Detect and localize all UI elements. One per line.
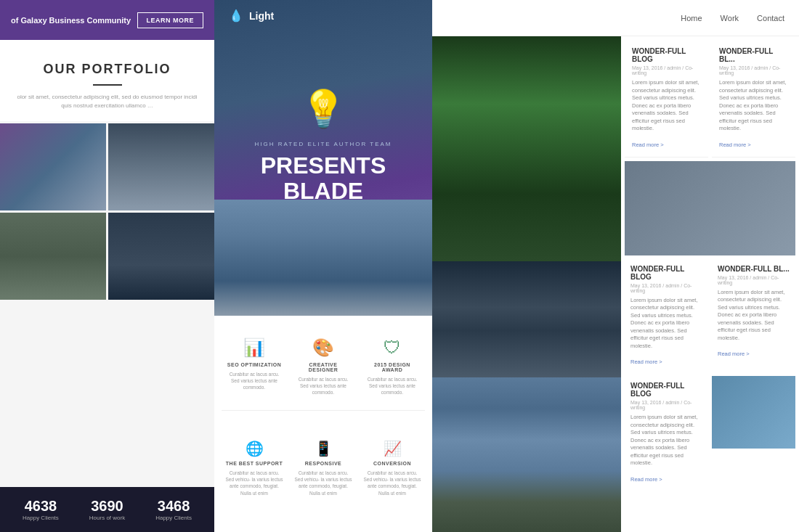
portfolio-divider: [93, 84, 122, 86]
blog-card-2-readmore[interactable]: Read more >: [719, 142, 751, 148]
service-responsive-desc: Curabitur ac lacus arcu. Sed vehicu- la …: [294, 470, 352, 496]
support-icon: 🌐: [225, 440, 283, 457]
blog-card-3-excerpt: Lorem ipsum dolor sit amet, consectetur …: [630, 297, 702, 351]
service-responsive: 📱 RESPONSIVE Curabitur ac lacus arcu. Se…: [291, 433, 356, 503]
portfolio-img-3[interactable]: [0, 213, 106, 300]
portfolio-img-4[interactable]: [108, 213, 214, 300]
lightbulb-icon: 💡: [232, 88, 415, 130]
service-seo-title: SEO OPTIMIZATION: [225, 362, 283, 367]
blog-card-1-readmore[interactable]: Read more >: [632, 142, 664, 148]
services-grid: 📊 SEO OPTIMIZATION Curabitur ac lacus ar…: [222, 330, 425, 403]
nav-home[interactable]: Home: [681, 14, 702, 22]
blog-card-3-title: WONDER-FULL BLOG: [630, 265, 702, 281]
blog-bottom-grid: WONDER-FULL BLOG May 13, 2016 / admin / …: [625, 259, 795, 490]
service-conversion-desc: Curabitur ac lacus arcu. Sed vehicu- la …: [363, 470, 421, 496]
nav-work[interactable]: Work: [721, 14, 739, 22]
learn-more-button[interactable]: LEARN MORE: [137, 12, 204, 28]
middle-panel: 💧 Light 💡 HIGH RATED ELITE AUTHOR TEAM P…: [214, 0, 432, 532]
stat-happy-clients: 4638 Happy Clients: [23, 498, 59, 521]
service-support-title: THE BEST SUPPORT: [225, 461, 283, 466]
hero-subtitle: HIGH RATED ELITE AUTHOR TEAM: [232, 141, 415, 147]
service-design-title: CREATIVE DESIGNER: [294, 362, 352, 372]
stat-number-2: 3690: [89, 498, 125, 515]
nav-contact[interactable]: Contact: [757, 14, 784, 22]
photo-forest: [432, 36, 621, 261]
blog-card-1: WONDER-FULL BLOG May 13, 2016 / admin / …: [625, 40, 708, 157]
award-icon: 🛡: [363, 337, 421, 358]
logo-text: Light: [249, 10, 274, 22]
seo-icon: 📊: [225, 337, 283, 358]
rocky-landscape-bg: [214, 200, 432, 316]
blog-card-2-meta: May 13, 2016 / admin / Co-writing: [719, 65, 788, 75]
left-panel: of Galaxy Business Community LEARN MORE …: [0, 0, 214, 532]
blog-card-5-meta: May 13, 2016 / admin / Co-writing: [630, 400, 702, 410]
top-bar: of Galaxy Business Community LEARN MORE: [0, 0, 214, 40]
portfolio-img-1[interactable]: [0, 123, 106, 210]
portfolio-section: OUR PORTFOLIO olor sit amet, consectetur…: [0, 40, 214, 121]
photo-section: [432, 36, 621, 532]
blog-card-4-excerpt: Lorem ipsum dolor sit amet, consectetur …: [718, 289, 790, 343]
blog-landscape-image: [625, 161, 795, 255]
blog-card-5-excerpt: Lorem ipsum dolor sit amet, consectetur …: [630, 414, 702, 467]
stat-hours-work: 3690 Hours of work: [89, 498, 125, 521]
top-navigation: Home Work Contact: [432, 0, 799, 36]
service-award-title: 2015 DESIGN AWARD: [363, 362, 421, 372]
hero-section: 💧 Light 💡 HIGH RATED ELITE AUTHOR TEAM P…: [214, 0, 432, 316]
services-grid-2: 🌐 THE BEST SUPPORT Curabitur ac lacus ar…: [214, 433, 432, 510]
blog-card-4-readmore[interactable]: Read more >: [718, 351, 750, 357]
service-support-desc: Curabitur ac lacus arcu. Sed vehicu- la …: [225, 470, 283, 496]
portfolio-img-2[interactable]: [108, 123, 214, 210]
blog-card-5: WONDER-FULL BLOG May 13, 2016 / admin / …: [625, 376, 708, 490]
blog-card-5-readmore[interactable]: Read more >: [630, 476, 662, 483]
right-content: WONDER-FULL BLOG May 13, 2016 / admin / …: [432, 36, 799, 532]
blog-card-2-excerpt: Lorem ipsum dolor sit amet, consectetur …: [719, 79, 788, 133]
blog-card-4-meta: May 13, 2016 / admin / Co-writing: [718, 275, 790, 285]
hero-nav: 💧 Light: [214, 0, 432, 31]
stat-happy-clients-2: 3468 Happy Clients: [155, 498, 192, 521]
stat-number-3: 3468: [155, 498, 192, 515]
portfolio-desc: olor sit amet, consectetur adipiscing el…: [15, 93, 200, 110]
service-seo-desc: Curabitur ac lacus arcu. Sed varius lect…: [225, 371, 283, 390]
blog-top-row: WONDER-FULL BLOG May 13, 2016 / admin / …: [625, 40, 795, 157]
service-award: 🛡 2015 DESIGN AWARD Curabitur ac lacus a…: [360, 330, 425, 403]
blog-card-img: [712, 376, 795, 449]
service-award-desc: Curabitur ac lacus arcu. Sed varius lect…: [363, 376, 421, 396]
blog-card-3-meta: May 13, 2016 / admin / Co-writing: [630, 283, 702, 293]
stat-label-2: Hours of work: [89, 515, 125, 521]
blog-card-2-title: WONDER-FULL BL...: [719, 47, 788, 63]
logo-icon: 💧: [229, 9, 243, 22]
blog-card-3-readmore[interactable]: Read more >: [630, 359, 662, 365]
service-support: 🌐 THE BEST SUPPORT Curabitur ac lacus ar…: [222, 433, 287, 503]
service-conversion: 📈 CONVERSION Curabitur ac lacus arcu. Se…: [360, 433, 425, 503]
photo-mountain: [432, 377, 621, 532]
top-bar-title: of Galaxy Business Community: [11, 16, 131, 25]
design-icon: 🎨: [294, 337, 352, 358]
blog-card-1-title: WONDER-FULL BLOG: [632, 47, 701, 63]
stat-number-1: 4638: [23, 498, 59, 515]
blog-card-1-meta: May 13, 2016 / admin / Co-writing: [632, 65, 701, 75]
stats-bar: 4638 Happy Clients 3690 Hours of work 34…: [0, 487, 214, 532]
service-seo: 📊 SEO OPTIMIZATION Curabitur ac lacus ar…: [222, 330, 287, 403]
service-conversion-title: CONVERSION: [363, 461, 421, 466]
right-panel: Home Work Contact WONDER-FULL BLOG May 1…: [432, 0, 799, 532]
stat-label-3: Happy Clients: [155, 515, 192, 521]
blog-card-2: WONDER-FULL BL... May 13, 2016 / admin /…: [712, 40, 795, 157]
blog-section: WONDER-FULL BLOG May 13, 2016 / admin / …: [621, 36, 799, 532]
blog-card-5-title: WONDER-FULL BLOG: [630, 382, 702, 398]
portfolio-grid: [0, 123, 214, 300]
services-divider: [222, 410, 425, 411]
photo-misty: [432, 261, 621, 377]
nav-links: Home Work Contact: [681, 14, 784, 22]
service-design-desc: Curabitur ac lacus arcu. Sed varius lect…: [294, 376, 352, 396]
portfolio-title: OUR PORTFOLIO: [15, 62, 200, 77]
blog-card-4-title: WONDER-FULL BL...: [718, 265, 790, 273]
blog-card-4: WONDER-FULL BL... May 13, 2016 / admin /…: [712, 259, 795, 373]
blog-card-3: WONDER-FULL BLOG May 13, 2016 / admin / …: [625, 259, 708, 373]
services-section: 📊 SEO OPTIMIZATION Curabitur ac lacus ar…: [214, 316, 432, 433]
responsive-icon: 📱: [294, 440, 352, 457]
service-responsive-title: RESPONSIVE: [294, 461, 352, 466]
blog-card-1-excerpt: Lorem ipsum dolor sit amet, consectetur …: [632, 79, 701, 133]
stat-label-1: Happy Clients: [23, 515, 59, 521]
conversion-icon: 📈: [363, 440, 421, 457]
hero-title-presents: PRESENTS: [232, 153, 415, 179]
